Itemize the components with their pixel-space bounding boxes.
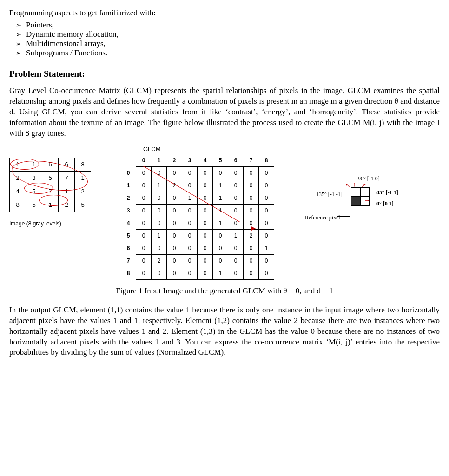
glcm-cell: 0 (136, 217, 152, 229)
glcm-cell: 0 (136, 166, 152, 179)
glcm-cell: 0 (136, 254, 152, 267)
glcm-row-header: 5 (121, 229, 136, 242)
glcm-col-header: 0 (136, 154, 152, 167)
image-cell: 4 (10, 185, 26, 198)
glcm-cell: 0 (259, 267, 274, 279)
bullet-list: Pointers, Dynamic memory allocation, Mul… (9, 20, 440, 58)
glcm-cell: 0 (244, 192, 259, 204)
glcm-cell: 0 (213, 242, 228, 254)
glcm-cell: 0 (213, 229, 228, 242)
glcm-block: GLCM 01234567800000000001012001000200010… (121, 145, 274, 280)
glcm-cell: 0 (228, 217, 244, 229)
glcm-cell: 0 (167, 192, 182, 204)
glcm-cell: 0 (152, 192, 167, 204)
glcm-row-header: 3 (121, 204, 136, 217)
glcm-row-header: 7 (121, 254, 136, 267)
arrow-upleft-icon: ↖ (345, 182, 350, 189)
list-item: Dynamic memory allocation, (26, 30, 440, 39)
glcm-cell: 1 (213, 179, 228, 192)
glcm-cell: 0 (136, 179, 152, 192)
glcm-row-header: 6 (121, 242, 136, 254)
glcm-col-header: 5 (213, 154, 228, 167)
glcm-table: 0123456780000000000101200100020001010003… (121, 154, 274, 280)
glcm-row-header: 4 (121, 217, 136, 229)
list-item: Subprograms / Functions. (26, 48, 440, 58)
glcm-cell: 0 (228, 179, 244, 192)
glcm-cell: 0 (152, 267, 167, 279)
arrow-up-icon: ↑ (353, 181, 356, 188)
image-cell: 5 (75, 198, 91, 212)
glcm-cell: 0 (244, 242, 259, 254)
direction-grid-icon: ↑ ↖ ↗ → (351, 187, 371, 208)
glcm-cell: 0 (182, 204, 198, 217)
glcm-cell: 0 (198, 179, 213, 192)
glcm-cell: 0 (136, 192, 152, 204)
glcm-cell: 0 (152, 242, 167, 254)
glcm-cell: 0 (182, 254, 198, 267)
glcm-cell: 0 (136, 267, 152, 279)
glcm-cell: 0 (259, 192, 274, 204)
glcm-cell: 0 (198, 267, 213, 279)
glcm-col-header: 6 (228, 154, 244, 167)
paragraph-explain: In the output GLCM, element (1,1) contai… (9, 305, 440, 358)
glcm-col-header: 8 (259, 154, 274, 167)
glcm-cell: 0 (167, 166, 182, 179)
glcm-cell: 0 (198, 242, 213, 254)
image-caption: Image (8 gray levels) (9, 220, 102, 227)
refline-icon (337, 216, 350, 217)
glcm-col-header: 1 (152, 154, 167, 167)
glcm-col-header: 4 (198, 154, 213, 167)
figure-caption: Figure 1 Input Image and the generated G… (9, 286, 440, 296)
glcm-cell: 0 (167, 204, 182, 217)
glcm-cell: 1 (259, 242, 274, 254)
glcm-row-header: 0 (121, 166, 136, 179)
glcm-cell: 0 (182, 229, 198, 242)
intro-text: Programming aspects to get familiarized … (9, 8, 440, 18)
glcm-cell: 1 (152, 229, 167, 242)
image-cell: 8 (75, 158, 91, 171)
image-cell: 8 (10, 198, 26, 212)
image-matrix-block: 11568235714571285125 Image (8 gray level… (9, 145, 102, 227)
glcm-cell: 0 (182, 267, 198, 279)
glcm-col-header: 2 (167, 154, 182, 167)
glcm-cell: 0 (167, 242, 182, 254)
glcm-label: GLCM (143, 145, 274, 152)
glcm-cell: 0 (198, 204, 213, 217)
glcm-cell: 0 (198, 229, 213, 242)
glcm-cell: 0 (244, 267, 259, 279)
glcm-cell: 1 (213, 267, 228, 279)
dir-label-0: 0° [0 1] (376, 200, 394, 207)
glcm-cell: 0 (198, 254, 213, 267)
glcm-cell: 0 (182, 166, 198, 179)
arrow-upright-icon: ↗ (361, 182, 366, 189)
glcm-cell: 1 (228, 229, 244, 242)
glcm-cell: 0 (182, 242, 198, 254)
arrowhead-icon: ▶ (251, 225, 256, 232)
glcm-cell: 0 (244, 179, 259, 192)
glcm-cell: 0 (136, 229, 152, 242)
glcm-cell: 0 (198, 217, 213, 229)
glcm-cell: 1 (213, 217, 228, 229)
glcm-cell: 1 (213, 192, 228, 204)
glcm-cell: 0 (244, 254, 259, 267)
glcm-cell: 0 (136, 204, 152, 217)
list-item: Multidimensional arrays, (26, 39, 440, 48)
glcm-row-header: 8 (121, 267, 136, 279)
dir-label-90: 90° [-1 0] (358, 175, 380, 182)
figure-1: 11568235714571285125 Image (8 gray level… (9, 145, 440, 280)
dir-label-ref: Reference pixel (305, 214, 340, 221)
glcm-cell: 0 (228, 166, 244, 179)
dir-label-45: 45° [-1 1] (376, 189, 398, 196)
glcm-cell: 0 (259, 254, 274, 267)
glcm-row-header: 1 (121, 179, 136, 192)
glcm-cell: 0 (167, 254, 182, 267)
glcm-cell: 0 (152, 204, 167, 217)
list-item: Pointers, (26, 20, 440, 30)
glcm-cell: 0 (167, 229, 182, 242)
dir-label-135: 135° [-1 -1] (316, 191, 343, 198)
glcm-cell: 0 (259, 217, 274, 229)
glcm-cell: 0 (228, 242, 244, 254)
glcm-cell: 0 (228, 192, 244, 204)
glcm-cell: 0 (136, 242, 152, 254)
section-heading: Problem Statement: (9, 69, 440, 79)
